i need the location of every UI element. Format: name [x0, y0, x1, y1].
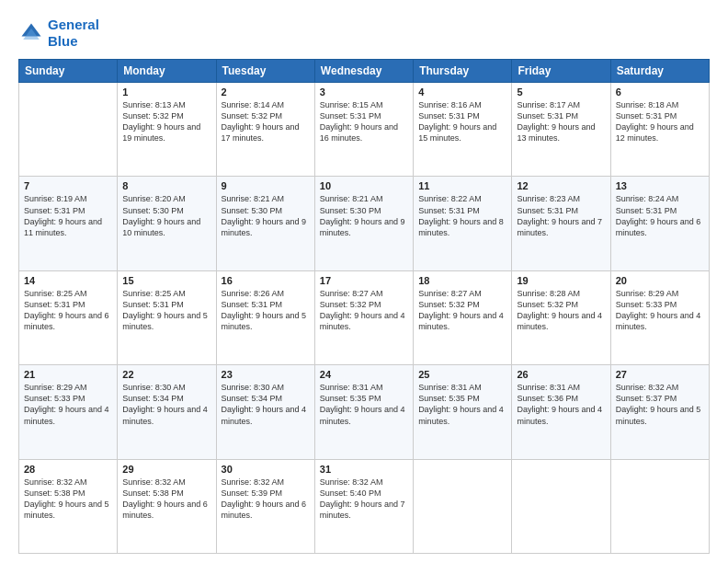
cell-info: Sunrise: 8:30 AMSunset: 5:34 PMDaylight:…: [222, 382, 310, 427]
page: General Blue SundayMondayTuesdayWednesda…: [0, 0, 728, 563]
cell-info: Sunrise: 8:28 AMSunset: 5:32 PMDaylight:…: [517, 288, 605, 333]
day-number: 31: [320, 464, 408, 475]
cell-info: Sunrise: 8:27 AMSunset: 5:32 PMDaylight:…: [418, 288, 506, 333]
calendar-cell: 19Sunrise: 8:28 AMSunset: 5:32 PMDayligh…: [512, 270, 610, 364]
day-header-wednesday: Wednesday: [314, 60, 413, 83]
day-header-tuesday: Tuesday: [216, 60, 314, 83]
calendar-cell: 18Sunrise: 8:27 AMSunset: 5:32 PMDayligh…: [414, 270, 512, 364]
cell-info: Sunrise: 8:14 AMSunset: 5:32 PMDaylight:…: [222, 99, 310, 144]
calendar-cell: 20Sunrise: 8:29 AMSunset: 5:33 PMDayligh…: [610, 270, 709, 364]
calendar-header-row: SundayMondayTuesdayWednesdayThursdayFrid…: [19, 60, 710, 83]
day-number: 15: [122, 275, 210, 286]
cell-info: Sunrise: 8:21 AMSunset: 5:30 PMDaylight:…: [320, 193, 408, 238]
calendar-cell: 26Sunrise: 8:31 AMSunset: 5:36 PMDayligh…: [512, 365, 610, 459]
day-number: 13: [616, 180, 704, 191]
calendar-cell: 25Sunrise: 8:31 AMSunset: 5:35 PMDayligh…: [414, 365, 512, 459]
calendar-cell: 11Sunrise: 8:22 AMSunset: 5:31 PMDayligh…: [414, 177, 512, 270]
calendar-week-3: 14Sunrise: 8:25 AMSunset: 5:31 PMDayligh…: [19, 270, 710, 364]
day-number: 21: [24, 369, 112, 380]
day-number: 10: [320, 180, 408, 191]
calendar-cell: 21Sunrise: 8:29 AMSunset: 5:33 PMDayligh…: [19, 365, 118, 459]
day-number: 7: [24, 180, 112, 191]
day-header-thursday: Thursday: [414, 60, 512, 83]
cell-info: Sunrise: 8:29 AMSunset: 5:33 PMDaylight:…: [24, 382, 112, 427]
calendar-table: SundayMondayTuesdayWednesdayThursdayFrid…: [18, 59, 710, 554]
day-number: 2: [222, 86, 310, 98]
header: General Blue: [18, 17, 710, 50]
day-number: 29: [122, 464, 210, 475]
cell-info: Sunrise: 8:29 AMSunset: 5:33 PMDaylight:…: [616, 288, 704, 333]
day-header-friday: Friday: [512, 60, 610, 83]
calendar-cell: 10Sunrise: 8:21 AMSunset: 5:30 PMDayligh…: [314, 177, 413, 270]
calendar-cell: 23Sunrise: 8:30 AMSunset: 5:34 PMDayligh…: [216, 365, 314, 459]
day-header-sunday: Sunday: [19, 60, 118, 83]
cell-info: Sunrise: 8:31 AMSunset: 5:35 PMDaylight:…: [418, 382, 506, 427]
day-number: 1: [122, 86, 210, 98]
cell-info: Sunrise: 8:31 AMSunset: 5:36 PMDaylight:…: [517, 382, 605, 427]
day-number: 14: [24, 275, 112, 286]
day-header-monday: Monday: [118, 60, 216, 83]
day-number: 28: [24, 464, 112, 475]
calendar-cell: 30Sunrise: 8:32 AMSunset: 5:39 PMDayligh…: [216, 459, 314, 553]
day-number: 23: [222, 369, 310, 380]
cell-info: Sunrise: 8:23 AMSunset: 5:31 PMDaylight:…: [517, 193, 605, 238]
day-number: 19: [517, 275, 605, 286]
calendar-week-5: 28Sunrise: 8:32 AMSunset: 5:38 PMDayligh…: [19, 459, 710, 553]
logo-icon: [18, 20, 44, 46]
calendar-cell: 2Sunrise: 8:14 AMSunset: 5:32 PMDaylight…: [216, 83, 314, 177]
calendar-cell: 9Sunrise: 8:21 AMSunset: 5:30 PMDaylight…: [216, 177, 314, 270]
calendar-cell: 28Sunrise: 8:32 AMSunset: 5:38 PMDayligh…: [19, 459, 118, 553]
day-number: 18: [418, 275, 506, 286]
cell-info: Sunrise: 8:25 AMSunset: 5:31 PMDaylight:…: [24, 288, 112, 333]
day-number: 8: [122, 180, 210, 191]
cell-info: Sunrise: 8:32 AMSunset: 5:40 PMDaylight:…: [320, 477, 408, 522]
cell-info: Sunrise: 8:22 AMSunset: 5:31 PMDaylight:…: [418, 193, 506, 238]
calendar-week-1: 1Sunrise: 8:13 AMSunset: 5:32 PMDaylight…: [19, 83, 710, 177]
cell-info: Sunrise: 8:25 AMSunset: 5:31 PMDaylight:…: [122, 288, 210, 333]
calendar-cell: [610, 459, 709, 553]
calendar-cell: 22Sunrise: 8:30 AMSunset: 5:34 PMDayligh…: [118, 365, 216, 459]
cell-info: Sunrise: 8:31 AMSunset: 5:35 PMDaylight:…: [320, 382, 408, 427]
calendar-cell: 6Sunrise: 8:18 AMSunset: 5:31 PMDaylight…: [610, 83, 709, 177]
cell-info: Sunrise: 8:30 AMSunset: 5:34 PMDaylight:…: [122, 382, 210, 427]
cell-info: Sunrise: 8:13 AMSunset: 5:32 PMDaylight:…: [122, 99, 210, 144]
cell-info: Sunrise: 8:16 AMSunset: 5:31 PMDaylight:…: [418, 99, 506, 144]
cell-info: Sunrise: 8:24 AMSunset: 5:31 PMDaylight:…: [616, 193, 704, 238]
logo: General Blue: [18, 17, 99, 50]
day-header-saturday: Saturday: [610, 60, 709, 83]
day-number: 6: [616, 86, 704, 98]
cell-info: Sunrise: 8:32 AMSunset: 5:37 PMDaylight:…: [616, 382, 704, 427]
day-number: 26: [517, 369, 605, 380]
calendar-week-2: 7Sunrise: 8:19 AMSunset: 5:31 PMDaylight…: [19, 177, 710, 270]
calendar-cell: [512, 459, 610, 553]
day-number: 27: [616, 369, 704, 380]
day-number: 9: [222, 180, 310, 191]
cell-info: Sunrise: 8:20 AMSunset: 5:30 PMDaylight:…: [122, 193, 210, 238]
cell-info: Sunrise: 8:19 AMSunset: 5:31 PMDaylight:…: [24, 193, 112, 238]
calendar-cell: 13Sunrise: 8:24 AMSunset: 5:31 PMDayligh…: [610, 177, 709, 270]
cell-info: Sunrise: 8:26 AMSunset: 5:31 PMDaylight:…: [222, 288, 310, 333]
day-number: 12: [517, 180, 605, 191]
cell-info: Sunrise: 8:17 AMSunset: 5:31 PMDaylight:…: [517, 99, 605, 144]
cell-info: Sunrise: 8:27 AMSunset: 5:32 PMDaylight:…: [320, 288, 408, 333]
calendar-cell: 12Sunrise: 8:23 AMSunset: 5:31 PMDayligh…: [512, 177, 610, 270]
day-number: 16: [222, 275, 310, 286]
calendar-week-4: 21Sunrise: 8:29 AMSunset: 5:33 PMDayligh…: [19, 365, 710, 459]
cell-info: Sunrise: 8:21 AMSunset: 5:30 PMDaylight:…: [222, 193, 310, 238]
cell-info: Sunrise: 8:15 AMSunset: 5:31 PMDaylight:…: [320, 99, 408, 144]
day-number: 5: [517, 86, 605, 98]
cell-info: Sunrise: 8:32 AMSunset: 5:38 PMDaylight:…: [24, 477, 112, 522]
calendar-cell: 24Sunrise: 8:31 AMSunset: 5:35 PMDayligh…: [314, 365, 413, 459]
cell-info: Sunrise: 8:32 AMSunset: 5:38 PMDaylight:…: [122, 477, 210, 522]
calendar-cell: [414, 459, 512, 553]
calendar-cell: 16Sunrise: 8:26 AMSunset: 5:31 PMDayligh…: [216, 270, 314, 364]
calendar-cell: 1Sunrise: 8:13 AMSunset: 5:32 PMDaylight…: [118, 83, 216, 177]
day-number: 25: [418, 369, 506, 380]
day-number: 4: [418, 86, 506, 98]
calendar-cell: 17Sunrise: 8:27 AMSunset: 5:32 PMDayligh…: [314, 270, 413, 364]
cell-info: Sunrise: 8:32 AMSunset: 5:39 PMDaylight:…: [222, 477, 310, 522]
calendar-cell: 3Sunrise: 8:15 AMSunset: 5:31 PMDaylight…: [314, 83, 413, 177]
calendar-cell: 5Sunrise: 8:17 AMSunset: 5:31 PMDaylight…: [512, 83, 610, 177]
logo-text: General Blue: [48, 17, 99, 50]
calendar-cell: 7Sunrise: 8:19 AMSunset: 5:31 PMDaylight…: [19, 177, 118, 270]
